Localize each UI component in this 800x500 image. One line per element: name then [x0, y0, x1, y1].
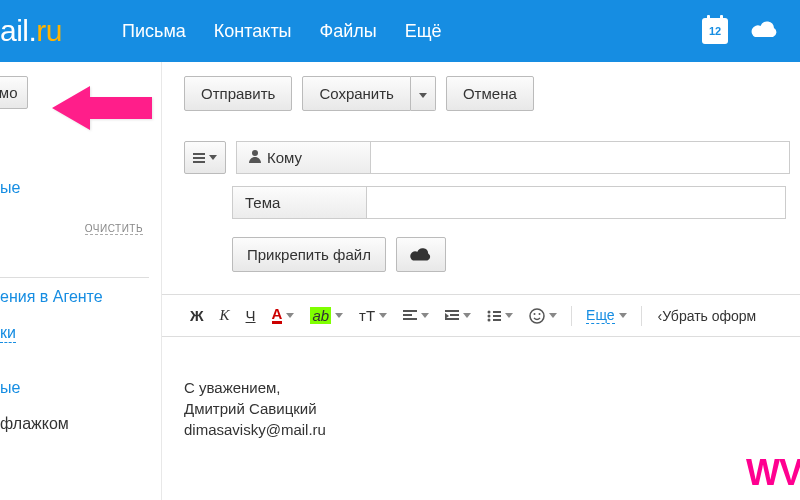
attach-file-button[interactable]: Прикрепить файл — [232, 237, 386, 272]
subject-field-row: Тема — [232, 186, 800, 219]
sidebar-link-agent[interactable]: ения в Агенте — [0, 288, 149, 306]
signature-line-2: Дмитрий Савицкий — [184, 398, 800, 419]
logo-ru: ru — [36, 14, 62, 47]
align-left-icon — [403, 310, 417, 322]
caret-down-icon — [419, 93, 427, 98]
editor-toolbar: Ж К Ч А ab тT Еще Убрать оформ — [162, 294, 800, 337]
to-label[interactable]: Кому — [236, 141, 370, 174]
message-body[interactable]: С уважением, Дмитрий Савицкий dimasavisk… — [184, 337, 800, 440]
toolbar-separator — [571, 306, 572, 326]
nav-letters[interactable]: Письма — [122, 21, 186, 42]
save-button-group: Сохранить — [302, 76, 436, 111]
svg-point-15 — [530, 309, 544, 323]
highlight-icon: ab — [310, 307, 331, 324]
clear-link[interactable]: очистить — [85, 223, 143, 235]
svg-point-9 — [488, 310, 491, 313]
header-icons: 12 — [702, 18, 790, 44]
attach-cloud-button[interactable] — [396, 237, 446, 272]
nav-contacts[interactable]: Контакты — [214, 21, 292, 42]
logo: ail.ru — [0, 14, 62, 48]
svg-marker-0 — [52, 86, 152, 130]
list-button[interactable] — [481, 306, 519, 326]
emoji-button[interactable] — [523, 304, 563, 328]
highlight-button[interactable]: ab — [304, 303, 349, 328]
compose-toolbar: Отправить Сохранить Отмена — [184, 76, 800, 111]
to-field-row: Кому — [184, 141, 800, 174]
subject-input[interactable] — [366, 186, 786, 219]
smiley-icon — [529, 308, 545, 324]
field-menu-button[interactable] — [184, 141, 226, 174]
sidebar-link-1[interactable]: ые — [0, 179, 149, 197]
toolbar-separator — [641, 306, 642, 326]
nav-files[interactable]: Файлы — [320, 21, 377, 42]
font-size-button[interactable]: тT — [353, 303, 393, 328]
save-button[interactable]: Сохранить — [302, 76, 411, 111]
compose-button[interactable]: ьмо — [0, 76, 28, 109]
person-icon — [249, 149, 261, 166]
text-color-button[interactable]: А — [266, 303, 301, 328]
italic-button[interactable]: К — [214, 303, 236, 328]
align-button[interactable] — [397, 306, 435, 326]
fields-area: Кому Тема — [184, 141, 800, 219]
top-nav: Письма Контакты Файлы Ещё — [122, 21, 442, 42]
to-input[interactable] — [370, 141, 790, 174]
indent-icon — [445, 310, 459, 322]
logo-text: ail — [0, 14, 29, 47]
signature-line-3: dimasavisky@mail.ru — [184, 419, 800, 440]
underline-button[interactable]: Ч — [240, 303, 262, 328]
calendar-icon[interactable]: 12 — [702, 18, 728, 44]
sidebar-link-flag[interactable]: флажком — [0, 415, 149, 433]
subject-label: Тема — [232, 186, 366, 219]
svg-point-13 — [488, 318, 491, 321]
sidebar-link-ki[interactable]: ки — [0, 324, 16, 343]
watermark: WV — [746, 452, 800, 494]
svg-point-1 — [252, 150, 258, 156]
attach-row: Прикрепить файл — [232, 237, 800, 272]
svg-point-17 — [539, 313, 541, 315]
to-label-text: Кому — [267, 149, 302, 166]
indent-button[interactable] — [439, 306, 477, 326]
cancel-button[interactable]: Отмена — [446, 76, 534, 111]
sidebar: ьмо ые очистить ения в Агенте ки ые флаж… — [0, 62, 162, 500]
font-size-icon: тT — [359, 307, 375, 324]
sidebar-link-4[interactable]: ые — [0, 379, 149, 397]
bold-button[interactable]: Ж — [184, 303, 210, 328]
caret-down-icon — [209, 155, 217, 160]
nav-more[interactable]: Ещё — [405, 21, 442, 42]
pointer-arrow-icon — [52, 84, 152, 135]
svg-point-16 — [534, 313, 536, 315]
editor-more-label: Еще — [586, 307, 615, 324]
app-header: ail.ru Письма Контакты Файлы Ещё 12 — [0, 0, 800, 62]
text-color-icon: А — [272, 307, 283, 324]
hamburger-icon — [193, 151, 205, 165]
editor-more-button[interactable]: Еще — [580, 303, 633, 328]
signature-line-1: С уважением, — [184, 377, 800, 398]
save-dropdown-button[interactable] — [411, 76, 436, 111]
list-icon — [487, 310, 501, 322]
cloud-icon[interactable] — [750, 20, 780, 43]
sidebar-separator — [0, 277, 149, 278]
remove-format-button[interactable]: Убрать оформ — [658, 308, 757, 324]
send-button[interactable]: Отправить — [184, 76, 292, 111]
svg-point-11 — [488, 314, 491, 317]
compose-main: Отправить Сохранить Отмена Кому Тем — [162, 62, 800, 500]
